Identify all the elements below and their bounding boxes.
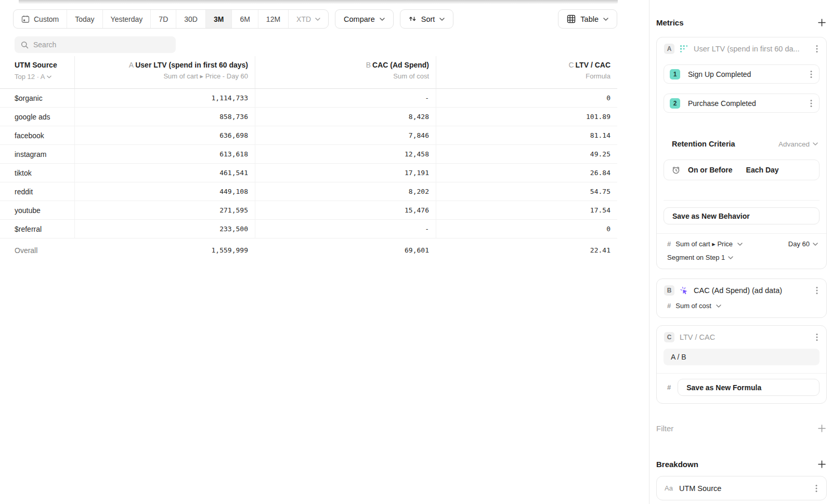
chevron-down-icon xyxy=(380,18,385,21)
view-type-table-button[interactable]: Table xyxy=(558,9,617,29)
chevron-down-icon xyxy=(315,18,320,21)
utm-source-column-header[interactable]: UTM Source Top 12 · A xyxy=(0,56,74,88)
date-range-xtd[interactable]: XTD xyxy=(289,10,328,28)
overall-value: 1,559,999 xyxy=(74,238,255,262)
add-metric-button[interactable] xyxy=(817,18,827,28)
column-subtitle: Formula xyxy=(443,72,610,81)
compare-button[interactable]: Compare xyxy=(335,9,394,29)
cell-value: 54.75 xyxy=(436,182,617,201)
cell-value: 613,618 xyxy=(74,145,255,163)
table-row[interactable]: tiktok 461,541 17,191 26.84 xyxy=(0,164,617,182)
sort-button[interactable]: Sort xyxy=(400,9,454,29)
metric-c-column-header[interactable]: CLTV / CAC Formula xyxy=(436,56,617,88)
formula-input[interactable]: A / B xyxy=(664,349,820,365)
formula-footer: # Save as New Formula xyxy=(657,374,826,403)
date-range-30d[interactable]: 30D xyxy=(176,10,206,28)
cell-value: 26.84 xyxy=(436,164,617,182)
row-label: youtube xyxy=(0,206,74,215)
breakdown-utm-source-card[interactable]: Aa UTM Source xyxy=(656,476,827,500)
metric-b-aggregation-dropdown[interactable]: # Sum of cost xyxy=(657,302,826,317)
search-box xyxy=(15,36,176,53)
cropped-card-shadow xyxy=(19,0,618,4)
column-title: UTM Source xyxy=(15,60,68,70)
date-range-3m-selected[interactable]: 3M xyxy=(206,10,232,28)
add-filter-button[interactable] xyxy=(817,423,827,433)
step-number-badge: 1 xyxy=(670,69,680,79)
retention-condition[interactable]: On or Before xyxy=(688,166,733,174)
aggregation-dropdown[interactable]: # Sum of cart ▸ Price xyxy=(667,240,788,248)
metric-a-header[interactable]: A User LTV (spend in first 60 da... xyxy=(657,37,826,60)
cell-value: 636,698 xyxy=(74,126,255,144)
funnel-step-1[interactable]: 1 Sign Up Completed xyxy=(664,64,820,84)
metric-a-badge: A xyxy=(664,44,674,54)
metric-a-aggregation-section: # Sum of cart ▸ Price Day 60 Segment on … xyxy=(657,233,826,269)
cell-value: 0 xyxy=(436,89,617,107)
cell-value: 101.89 xyxy=(436,108,617,126)
metrics-section-header: Metrics xyxy=(656,18,827,28)
segment-on-step-dropdown[interactable]: Segment on Step 1 xyxy=(667,254,818,261)
table-row[interactable]: youtube 271,595 15,476 17.54 xyxy=(0,201,617,220)
row-label: $organic xyxy=(0,94,74,102)
table-row[interactable]: reddit 449,108 8,202 54.75 xyxy=(0,182,617,201)
metric-b-column-header[interactable]: BCAC (Ad Spend) Sum of cost xyxy=(255,56,436,88)
cell-value: 8,202 xyxy=(255,182,436,201)
metric-a-card: A User LTV (spend in first 60 da... 1 Si… xyxy=(656,37,827,269)
metric-b-header[interactable]: B CAC (Ad Spend) (ad data) xyxy=(657,279,826,302)
kebab-menu-icon[interactable] xyxy=(815,44,819,54)
row-label: facebook xyxy=(0,131,74,140)
kebab-menu-icon[interactable] xyxy=(814,483,818,494)
sort-arrows-icon xyxy=(409,16,417,23)
table-row[interactable]: $organic 1,114,733 - 0 xyxy=(0,89,617,108)
save-as-new-behavior-button[interactable]: Save as New Behavior xyxy=(664,207,820,224)
funnel-step-2[interactable]: 2 Purchase Completed xyxy=(664,94,820,113)
column-subtitle: Sum of cost xyxy=(262,72,429,81)
add-breakdown-button[interactable] xyxy=(817,459,827,469)
table-row[interactable]: instagram 613,618 12,458 49.25 xyxy=(0,145,617,164)
chevron-down-icon xyxy=(716,304,721,308)
cell-value: 12,458 xyxy=(255,145,436,163)
date-range-group: Custom Today Yesterday 7D 30D 3M 6M 12M … xyxy=(13,9,329,29)
date-range-12m[interactable]: 12M xyxy=(258,10,289,28)
breakdown-section-header: Breakdown xyxy=(656,459,827,469)
filter-section-header: Filter xyxy=(656,423,827,433)
table-row[interactable]: google ads 858,736 8,428 101.89 xyxy=(0,108,617,126)
table-grid-icon xyxy=(567,15,576,23)
window-dropdown[interactable]: Day 60 xyxy=(788,240,818,248)
kebab-menu-icon[interactable] xyxy=(809,69,813,79)
table-row[interactable]: $referral 233,500 - 0 xyxy=(0,220,617,238)
date-range-7d[interactable]: 7D xyxy=(151,10,176,28)
retention-mode-dropdown[interactable]: Advanced xyxy=(778,140,818,148)
metric-c-badge: C xyxy=(664,332,674,342)
kebab-menu-icon[interactable] xyxy=(809,98,813,109)
retention-criteria-header: Retention Criteria Advanced xyxy=(657,113,826,160)
table-row[interactable]: facebook 636,698 7,846 81.14 xyxy=(0,126,617,145)
save-as-new-formula-button[interactable]: Save as New Formula xyxy=(678,379,820,396)
cell-value: - xyxy=(255,89,436,107)
date-range-6m[interactable]: 6M xyxy=(232,10,258,28)
row-label: tiktok xyxy=(0,169,74,177)
kebab-menu-icon[interactable] xyxy=(815,332,819,342)
row-label: google ads xyxy=(0,113,74,121)
date-range-today[interactable]: Today xyxy=(67,10,102,28)
cell-value: 1,114,733 xyxy=(74,89,255,107)
query-builder-panel: Metrics A User LTV (spend in first 60 da… xyxy=(649,0,832,504)
retention-period[interactable]: Each Day xyxy=(746,166,779,174)
date-range-yesterday[interactable]: Yesterday xyxy=(103,10,151,28)
search-input[interactable] xyxy=(33,41,170,49)
date-range-custom[interactable]: Custom xyxy=(14,10,67,28)
breakdown-title: Breakdown xyxy=(656,460,698,469)
filter-title: Filter xyxy=(656,424,673,433)
cell-value: 233,500 xyxy=(74,220,255,238)
chevron-down-icon xyxy=(47,72,51,80)
metric-c-header[interactable]: C LTV / CAC xyxy=(657,326,826,349)
cell-value: 81.14 xyxy=(436,126,617,144)
top-n-dropdown[interactable]: Top 12 · A xyxy=(15,72,68,81)
kebab-menu-icon[interactable] xyxy=(815,285,819,296)
cell-value: 49.25 xyxy=(436,145,617,163)
cell-value: 461,541 xyxy=(74,164,255,182)
retention-condition-card[interactable]: On or Before Each Day xyxy=(664,160,820,180)
cell-value: 8,428 xyxy=(255,108,436,126)
number-type-icon: # xyxy=(667,302,671,310)
metric-a-column-header[interactable]: AUser LTV (spend in first 60 days) Sum o… xyxy=(74,56,255,88)
row-label: $referral xyxy=(0,225,74,233)
